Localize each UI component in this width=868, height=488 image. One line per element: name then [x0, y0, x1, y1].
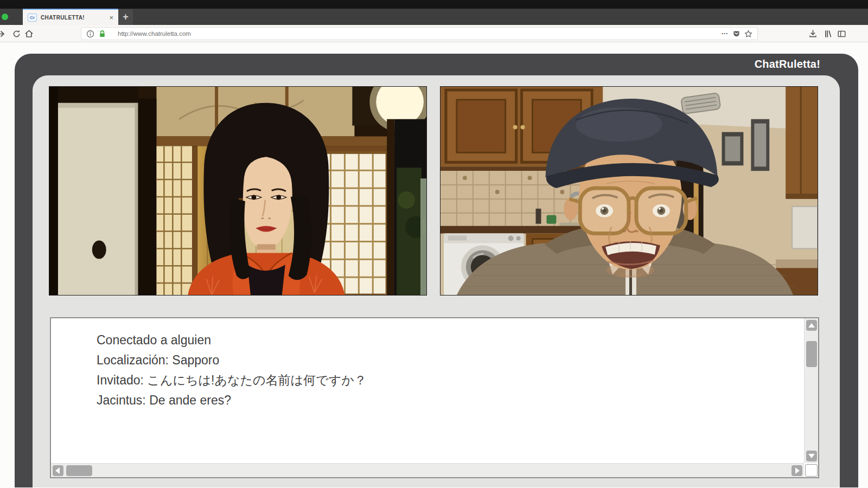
window-titlebar [0, 0, 868, 9]
horizontal-scrollbar[interactable] [51, 463, 804, 477]
chatruletta-frame: ChatRuletta! [15, 54, 858, 487]
site-info-icon[interactable] [86, 30, 94, 38]
home-icon[interactable] [24, 29, 34, 38]
library-icon[interactable] [824, 29, 833, 38]
tab-title: CHATRULETTA! [41, 15, 105, 21]
new-tab-button[interactable]: + [118, 9, 133, 25]
chat-messages: Conectado a alguien Localización: Sappor… [97, 330, 367, 410]
chat-line: Invitado: こんにちは!あなたの名前は何ですか？ [97, 370, 367, 390]
guest-video-feed [49, 86, 427, 296]
self-video-feed [440, 86, 818, 296]
chat-line: Conectado a alguien [97, 330, 367, 350]
window-zoom-button[interactable] [2, 14, 8, 20]
scroll-down-button[interactable] [806, 451, 817, 461]
page-actions-icon[interactable]: … [721, 32, 729, 35]
chat-panel: Conectado a alguien Localización: Sappor… [33, 75, 840, 487]
page-content: ChatRuletta! [0, 42, 868, 487]
https-lock-icon[interactable] [98, 30, 106, 38]
self-video-illustration [441, 87, 818, 295]
scroll-right-button[interactable] [792, 465, 802, 476]
chat-line: Localización: Sapporo [97, 350, 367, 370]
brand-logo: ChatRuletta! [755, 58, 820, 70]
bookmark-star-icon[interactable] [744, 30, 752, 38]
tab-bar: Cr CHATRULETTA! × + [0, 9, 868, 25]
pocket-icon[interactable] [732, 30, 741, 38]
tab-close-icon[interactable]: × [109, 14, 113, 21]
chat-line: Jacintus: De ande eres? [97, 390, 367, 410]
guest-video-illustration [49, 87, 426, 295]
sidebar-icon[interactable] [837, 29, 846, 38]
site-favicon: Cr [28, 14, 37, 22]
horizontal-scroll-thumb[interactable] [66, 465, 92, 476]
scroll-left-button[interactable] [53, 465, 63, 476]
address-bar[interactable]: http://www.chatruletta.com … [81, 27, 758, 40]
forward-icon[interactable] [0, 29, 5, 38]
resize-corner[interactable] [805, 464, 818, 477]
browser-tab[interactable]: Cr CHATRULETTA! × [23, 9, 118, 25]
chat-log-box[interactable]: Conectado a alguien Localización: Sappor… [50, 317, 819, 478]
browser-toolbar: http://www.chatruletta.com … [0, 25, 868, 42]
vertical-scrollbar[interactable] [804, 318, 818, 463]
url-text: http://www.chatruletta.com [110, 30, 717, 37]
vertical-scroll-thumb[interactable] [806, 341, 817, 367]
scroll-up-button[interactable] [806, 320, 817, 331]
reload-icon[interactable] [12, 29, 21, 38]
downloads-icon[interactable] [808, 29, 818, 38]
